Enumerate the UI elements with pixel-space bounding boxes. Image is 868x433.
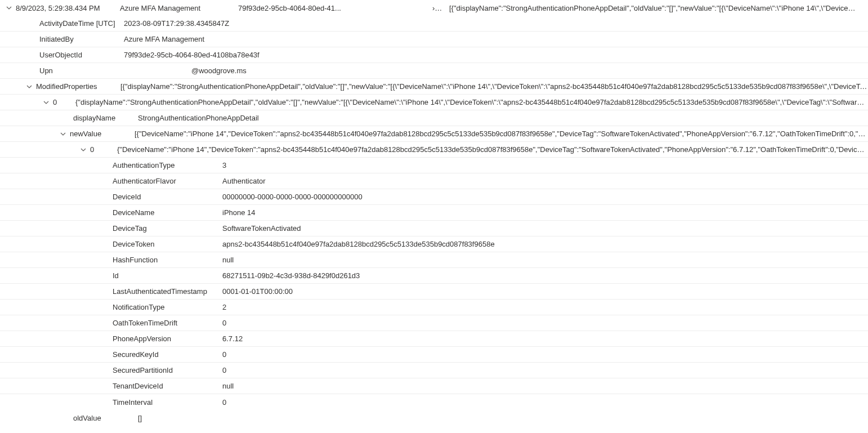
- new-value-item-0-row[interactable]: 0 {"DeviceName":"iPhone 14","DeviceToken…: [0, 142, 868, 158]
- mp-displayname-row: displayName StrongAuthenticationPhoneApp…: [0, 110, 868, 126]
- property-key: AuthenticatorFlavor: [113, 177, 222, 185]
- property-key: Id: [113, 271, 222, 280]
- property-row: PhoneAppVersion6.7.12: [0, 331, 868, 347]
- property-row: AuthenticationType3: [0, 158, 868, 173]
- field-value: 2023-08-09T17:29:38.4345847Z: [124, 19, 229, 28]
- mp-item-0-row[interactable]: 0 {"displayName":"StrongAuthenticationPh…: [0, 95, 868, 110]
- field-value: 79f93de2-95cb-4064-80ed-4108ba78e43f: [124, 51, 259, 59]
- property-key: SecuredKeyId: [113, 350, 222, 359]
- property-key: HashFunction: [113, 256, 222, 264]
- new-value-item-index: 0: [90, 145, 117, 154]
- header-userid-short: 79f93de2-95cb-4064-80ed-41...: [238, 4, 432, 12]
- property-key: DeviceToken: [113, 240, 222, 248]
- property-row: AuthenticatorFlavorAuthenticator: [0, 173, 868, 189]
- field-label: ActivityDateTime [UTC]: [39, 19, 124, 28]
- property-value: Authenticator: [222, 177, 266, 185]
- property-key: TenantDeviceId: [113, 382, 222, 390]
- property-value: 0: [222, 319, 226, 327]
- property-row: NotificationType2: [0, 300, 868, 315]
- property-row: SecuredKeyId0: [0, 347, 868, 363]
- mp-item-preview: {"displayName":"StrongAuthenticationPhon…: [75, 98, 868, 106]
- modified-properties-preview: [{"displayName":"StrongAuthenticationPho…: [120, 82, 868, 91]
- property-row: DeviceTagSoftwareTokenActivated: [0, 221, 868, 236]
- property-value: 0: [222, 350, 226, 359]
- property-key: DeviceName: [113, 208, 222, 217]
- property-row: DeviceNameiPhone 14: [0, 205, 868, 221]
- property-row: SecuredPartitionId0: [0, 363, 868, 378]
- new-value-item-preview: {"DeviceName":"iPhone 14","DeviceToken":…: [117, 145, 868, 154]
- property-row: DeviceId00000000-0000-0000-0000-00000000…: [0, 189, 868, 205]
- property-key: TimeInterval: [113, 398, 222, 407]
- property-key: DeviceTag: [113, 224, 222, 233]
- chevron-down-icon[interactable]: [79, 145, 88, 154]
- property-value: 68271511-09b2-4c3d-938d-8429f0d261d3: [222, 271, 360, 280]
- property-value: 0001-01-01T00:00:00: [222, 287, 293, 296]
- property-value: 6.7.12: [222, 334, 243, 343]
- field-label: newValue: [70, 130, 135, 138]
- old-value-row: oldValue []: [0, 410, 868, 426]
- property-value: 2: [222, 303, 226, 311]
- new-value-preview: [{"DeviceName":"iPhone 14","DeviceToken"…: [135, 130, 868, 138]
- property-value: 3: [222, 161, 226, 169]
- property-value: 00000000-0000-0000-0000-000000000000: [222, 193, 363, 201]
- property-value: null: [222, 382, 234, 390]
- property-key: NotificationType: [113, 303, 222, 311]
- property-value: null: [222, 256, 234, 264]
- detail-row-upn: Upn @woodgrove.ms: [0, 63, 868, 79]
- property-row: Id68271511-09b2-4c3d-938d-8429f0d261d3: [0, 268, 868, 284]
- property-key: OathTokenTimeDrift: [113, 319, 222, 327]
- field-label: UserObjectId: [39, 51, 124, 59]
- field-label: InitiatedBy: [39, 35, 124, 43]
- detail-row-user-object-id: UserObjectId 79f93de2-95cb-4064-80ed-410…: [0, 47, 868, 63]
- field-label: Upn: [39, 66, 124, 75]
- field-value: Azure MFA Management: [124, 35, 204, 43]
- property-row: TimeInterval0: [0, 394, 868, 410]
- property-value: 0: [222, 398, 226, 407]
- property-row: LastAuthenticatedTimestamp0001-01-01T00:…: [0, 284, 868, 300]
- modified-properties-label: ModifiedProperties: [36, 82, 120, 91]
- property-row: DeviceTokenapns2-bc435448b51c4f040e97fa2…: [0, 236, 868, 252]
- field-label: displayName: [73, 114, 138, 122]
- detail-row-initiated-by: InitiatedBy Azure MFA Management: [0, 32, 868, 47]
- property-value: SoftwareTokenActivated: [222, 224, 301, 233]
- chevron-down-icon[interactable]: [42, 98, 51, 107]
- property-row: OathTokenTimeDrift0: [0, 315, 868, 331]
- property-value: 0: [222, 366, 226, 374]
- chevron-down-icon[interactable]: [59, 130, 68, 139]
- field-value: []: [138, 414, 142, 422]
- chevron-down-icon[interactable]: [25, 82, 34, 91]
- field-value: @woodgrove.ms: [191, 66, 247, 75]
- property-value: iPhone 14: [222, 208, 256, 217]
- new-value-row[interactable]: newValue [{"DeviceName":"iPhone 14","Dev…: [0, 126, 868, 142]
- header-ellipsis: ›...: [432, 4, 449, 12]
- header-service: Azure MFA Management: [120, 4, 238, 12]
- chevron-down-icon[interactable]: [5, 3, 14, 12]
- field-value: StrongAuthenticationPhoneAppDetail: [138, 114, 259, 122]
- header-json-preview: [{"displayName":"StrongAuthenticationPho…: [449, 4, 868, 12]
- header-timestamp: 8/9/2023, 5:29:38.434 PM: [16, 4, 120, 12]
- mp-item-index: 0: [53, 98, 75, 106]
- property-key: AuthenticationType: [113, 161, 222, 169]
- property-value: apns2-bc435448b51c4f040e97fa2dab8128bcd2…: [222, 240, 495, 248]
- property-key: LastAuthenticatedTimestamp: [113, 287, 222, 296]
- top-row[interactable]: 8/9/2023, 5:29:38.434 PM Azure MFA Manag…: [0, 0, 868, 16]
- detail-row-activity-datetime: ActivityDateTime [UTC] 2023-08-09T17:29:…: [0, 16, 868, 32]
- property-key: PhoneAppVersion: [113, 334, 222, 343]
- modified-properties-row[interactable]: ModifiedProperties [{"displayName":"Stro…: [0, 79, 868, 95]
- property-row: TenantDeviceIdnull: [0, 378, 868, 394]
- property-key: DeviceId: [113, 193, 222, 201]
- field-label: oldValue: [73, 414, 138, 422]
- property-key: SecuredPartitionId: [113, 366, 222, 374]
- property-row: HashFunctionnull: [0, 252, 868, 268]
